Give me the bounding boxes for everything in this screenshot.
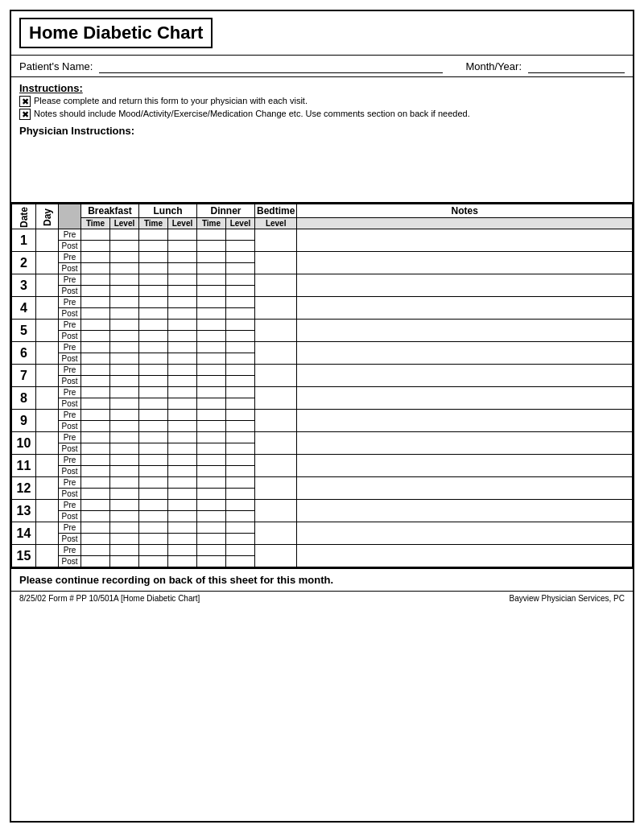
dn-level-pre-10[interactable] bbox=[226, 432, 255, 443]
ln-level-pre-9[interactable] bbox=[168, 410, 197, 421]
bf-time-post-13[interactable] bbox=[81, 511, 110, 522]
bf-level-post-11[interactable] bbox=[110, 466, 139, 477]
ln-time-pre-12[interactable] bbox=[139, 477, 168, 489]
ln-level-pre-2[interactable] bbox=[168, 252, 197, 263]
dn-time-post-6[interactable] bbox=[197, 353, 226, 365]
bf-time-post-4[interactable] bbox=[81, 308, 110, 320]
dn-time-post-4[interactable] bbox=[197, 308, 226, 320]
bf-level-post-12[interactable] bbox=[110, 489, 139, 500]
bf-level-post-7[interactable] bbox=[110, 376, 139, 387]
bf-level-post-3[interactable] bbox=[110, 286, 139, 297]
bf-time-post-8[interactable] bbox=[81, 398, 110, 410]
ln-level-pre-12[interactable] bbox=[168, 477, 197, 489]
dn-time-post-12[interactable] bbox=[197, 489, 226, 500]
bf-time-post-5[interactable] bbox=[81, 331, 110, 342]
bf-level-pre-9[interactable] bbox=[110, 410, 139, 421]
bt-level-14[interactable] bbox=[255, 522, 297, 545]
dn-level-post-13[interactable] bbox=[226, 511, 255, 522]
dn-level-post-14[interactable] bbox=[226, 534, 255, 545]
dn-level-pre-8[interactable] bbox=[226, 387, 255, 398]
bf-level-post-10[interactable] bbox=[110, 443, 139, 455]
ln-time-post-11[interactable] bbox=[139, 466, 168, 477]
dn-time-pre-14[interactable] bbox=[197, 522, 226, 534]
ln-level-pre-4[interactable] bbox=[168, 297, 197, 308]
dn-time-post-7[interactable] bbox=[197, 376, 226, 387]
dn-time-post-8[interactable] bbox=[197, 398, 226, 410]
bf-time-pre-11[interactable] bbox=[81, 455, 110, 466]
ln-level-post-14[interactable] bbox=[168, 534, 197, 545]
bf-level-pre-1[interactable] bbox=[110, 229, 139, 241]
dn-time-pre-3[interactable] bbox=[197, 274, 226, 286]
notes-13[interactable] bbox=[297, 500, 633, 522]
bf-level-pre-13[interactable] bbox=[110, 500, 139, 511]
bf-time-post-6[interactable] bbox=[81, 353, 110, 365]
dn-level-post-10[interactable] bbox=[226, 443, 255, 455]
ln-level-post-7[interactable] bbox=[168, 376, 197, 387]
dn-time-pre-4[interactable] bbox=[197, 297, 226, 308]
bf-time-post-14[interactable] bbox=[81, 534, 110, 545]
ln-time-pre-4[interactable] bbox=[139, 297, 168, 308]
notes-1[interactable] bbox=[297, 229, 633, 252]
physician-area[interactable] bbox=[19, 137, 625, 197]
dn-time-pre-11[interactable] bbox=[197, 455, 226, 466]
dn-level-pre-7[interactable] bbox=[226, 365, 255, 376]
ln-level-pre-10[interactable] bbox=[168, 432, 197, 443]
notes-11[interactable] bbox=[297, 455, 633, 477]
bf-level-post-2[interactable] bbox=[110, 263, 139, 274]
ln-time-post-4[interactable] bbox=[139, 308, 168, 320]
bt-level-10[interactable] bbox=[255, 432, 297, 455]
ln-level-post-3[interactable] bbox=[168, 286, 197, 297]
ln-level-post-11[interactable] bbox=[168, 466, 197, 477]
notes-12[interactable] bbox=[297, 477, 633, 500]
notes-10[interactable] bbox=[297, 432, 633, 455]
ln-time-post-5[interactable] bbox=[139, 331, 168, 342]
dn-level-post-1[interactable] bbox=[226, 241, 255, 252]
ln-level-post-15[interactable] bbox=[168, 556, 197, 567]
notes-5[interactable] bbox=[297, 320, 633, 342]
patient-name-field[interactable] bbox=[99, 59, 443, 73]
ln-time-pre-13[interactable] bbox=[139, 500, 168, 511]
bt-level-7[interactable] bbox=[255, 365, 297, 387]
dn-time-pre-8[interactable] bbox=[197, 387, 226, 398]
ln-level-post-12[interactable] bbox=[168, 489, 197, 500]
bf-level-pre-5[interactable] bbox=[110, 320, 139, 331]
dn-level-post-5[interactable] bbox=[226, 331, 255, 342]
bf-time-post-2[interactable] bbox=[81, 263, 110, 274]
bt-level-5[interactable] bbox=[255, 320, 297, 342]
ln-level-post-9[interactable] bbox=[168, 421, 197, 432]
dn-level-pre-11[interactable] bbox=[226, 455, 255, 466]
ln-time-pre-9[interactable] bbox=[139, 410, 168, 421]
bt-level-8[interactable] bbox=[255, 387, 297, 410]
ln-time-post-8[interactable] bbox=[139, 398, 168, 410]
dn-level-post-9[interactable] bbox=[226, 421, 255, 432]
ln-time-post-7[interactable] bbox=[139, 376, 168, 387]
ln-level-post-13[interactable] bbox=[168, 511, 197, 522]
ln-level-post-10[interactable] bbox=[168, 443, 197, 455]
dn-level-pre-3[interactable] bbox=[226, 274, 255, 286]
notes-2[interactable] bbox=[297, 252, 633, 274]
dn-level-post-12[interactable] bbox=[226, 489, 255, 500]
bf-level-pre-2[interactable] bbox=[110, 252, 139, 263]
dn-time-post-3[interactable] bbox=[197, 286, 226, 297]
bf-time-pre-10[interactable] bbox=[81, 432, 110, 443]
ln-time-pre-7[interactable] bbox=[139, 365, 168, 376]
ln-level-pre-5[interactable] bbox=[168, 320, 197, 331]
ln-level-post-8[interactable] bbox=[168, 398, 197, 410]
dn-level-pre-12[interactable] bbox=[226, 477, 255, 489]
dn-time-post-11[interactable] bbox=[197, 466, 226, 477]
bf-level-pre-14[interactable] bbox=[110, 522, 139, 534]
dn-level-pre-4[interactable] bbox=[226, 297, 255, 308]
notes-3[interactable] bbox=[297, 274, 633, 297]
ln-time-post-13[interactable] bbox=[139, 511, 168, 522]
bt-level-11[interactable] bbox=[255, 455, 297, 477]
ln-level-pre-3[interactable] bbox=[168, 274, 197, 286]
ln-time-pre-1[interactable] bbox=[139, 229, 168, 241]
bf-time-pre-4[interactable] bbox=[81, 297, 110, 308]
notes-6[interactable] bbox=[297, 342, 633, 365]
dn-time-post-13[interactable] bbox=[197, 511, 226, 522]
bt-level-4[interactable] bbox=[255, 297, 297, 320]
dn-time-pre-6[interactable] bbox=[197, 342, 226, 353]
bf-level-pre-8[interactable] bbox=[110, 387, 139, 398]
bf-time-post-12[interactable] bbox=[81, 489, 110, 500]
ln-level-post-2[interactable] bbox=[168, 263, 197, 274]
